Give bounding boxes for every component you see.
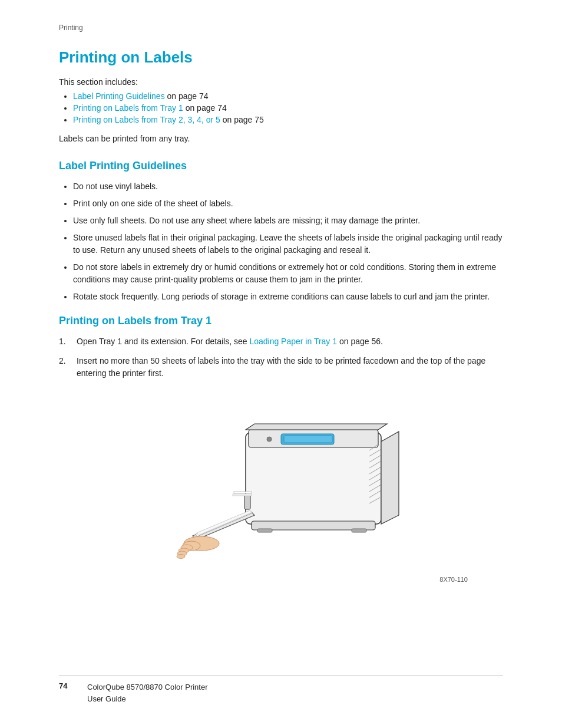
step2-text: Insert no more than 50 sheets of labels … (77, 355, 503, 380)
svg-rect-28 (352, 529, 366, 532)
list-item: 1. Open Tray 1 and its extension. For de… (59, 335, 503, 348)
section1-bullet-list: Do not use vinyl labels. Print only on o… (73, 180, 503, 303)
intro-paragraph: Labels can be printed from any tray. (59, 134, 503, 143)
step-num-1: 1. (59, 335, 70, 348)
toc-item-2: Printing on Labels from Tray 1 on page 7… (73, 103, 503, 113)
svg-rect-31 (284, 436, 332, 443)
svg-rect-25 (233, 494, 252, 496)
section-intro: This section includes: (59, 77, 503, 87)
svg-marker-13 (381, 431, 399, 524)
list-item: Do not store labels in extremely dry or … (73, 261, 503, 286)
toc-list: Label Printing Guidelines on page 74 Pri… (73, 91, 503, 124)
svg-rect-27 (257, 529, 272, 532)
svg-rect-24 (234, 492, 252, 493)
footer-page-num: 74 (59, 681, 75, 690)
list-item: Use only full sheets. Do not use any she… (73, 215, 503, 227)
figure-label: 8X70-110 (59, 576, 468, 583)
printer-illustration (59, 397, 503, 570)
toc-link-2[interactable]: Printing on Labels from Tray 1 (73, 103, 183, 113)
list-item: 2. Insert no more than 50 sheets of labe… (59, 355, 503, 380)
step-num-2: 2. (59, 355, 70, 380)
toc-item-1: Label Printing Guidelines on page 74 (73, 91, 503, 101)
page-container: Printing Printing on Labels This section… (0, 0, 562, 728)
printer-diagram (157, 397, 405, 568)
svg-point-30 (267, 437, 272, 442)
footer-text: ColorQube 8570/8870 Color Printer User G… (87, 681, 208, 704)
svg-rect-14 (244, 495, 250, 509)
svg-marker-29 (246, 424, 387, 430)
page-title: Printing on Labels (59, 48, 503, 67)
toc-link-1[interactable]: Label Printing Guidelines (73, 91, 165, 101)
step1-text: Open Tray 1 and its extension. For detai… (77, 335, 383, 348)
section2-steps: 1. Open Tray 1 and its extension. For de… (59, 335, 503, 380)
list-item: Do not use vinyl labels. (73, 180, 503, 193)
printer-svg (157, 397, 405, 570)
section1-heading: Label Printing Guidelines (59, 160, 503, 172)
toc-item-3: Printing on Labels from Tray 2, 3, 4, or… (73, 115, 503, 124)
list-item: Store unused labels flat in their origin… (73, 232, 503, 256)
page-footer: 74 ColorQube 8570/8870 Color Printer Use… (59, 675, 503, 704)
breadcrumb: Printing (59, 24, 503, 32)
step1-link[interactable]: Loading Paper in Tray 1 (249, 337, 337, 346)
svg-marker-15 (193, 512, 254, 540)
section2-heading: Printing on Labels from Tray 1 (59, 315, 503, 327)
svg-point-23 (177, 555, 185, 559)
list-item: Print only on one side of the sheet of l… (73, 197, 503, 210)
list-item: Rotate stock frequently. Long periods of… (73, 291, 503, 303)
footer-line1: ColorQube 8570/8870 Color Printer (87, 681, 208, 693)
footer-line2: User Guide (87, 693, 208, 705)
toc-link-3[interactable]: Printing on Labels from Tray 2, 3, 4, or… (73, 115, 220, 124)
svg-marker-17 (197, 510, 252, 535)
